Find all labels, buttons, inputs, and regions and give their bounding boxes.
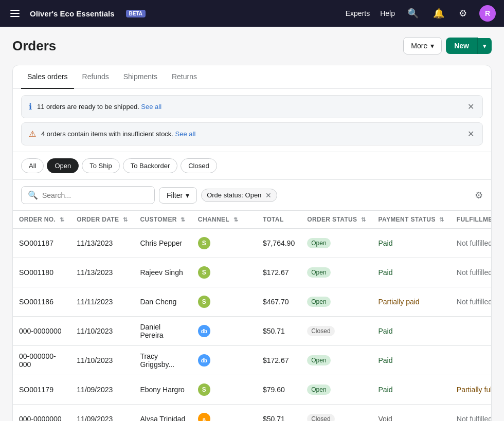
tab-sales-orders[interactable]: Sales orders: [21, 65, 74, 89]
notification-icon[interactable]: 🔔: [431, 6, 446, 21]
alert-stock-close[interactable]: ✕: [466, 128, 475, 140]
fulfillment-status: Not fulfilled: [451, 405, 491, 422]
more-button[interactable]: More ▾: [403, 37, 442, 54]
orders-table-wrap: ORDER NO. ⇅ ORDER DATE ⇅ CUSTOMER ⇅ CHAN…: [13, 211, 491, 421]
settings-icon[interactable]: ⚙: [457, 6, 469, 21]
channel-cell: S: [192, 375, 244, 405]
customer-name: Tracy Griggsby...: [134, 346, 191, 375]
sort-icon: ⇅: [181, 216, 185, 223]
channel-cell: db: [192, 346, 244, 375]
order-status: Open: [301, 346, 372, 375]
beta-badge: BETA: [126, 10, 146, 17]
order-date: 11/13/2023: [70, 229, 134, 258]
order-no: SO001179: [19, 386, 53, 394]
customer-name: Chris Pepper: [134, 229, 191, 258]
order-no: 00-000000-000: [19, 352, 56, 369]
channel-icon: a: [198, 413, 210, 421]
total: $172.67: [257, 258, 301, 287]
order-status-badge: Closed: [307, 326, 334, 336]
order-status: Closed: [301, 405, 372, 422]
payment-status: Partially paid: [372, 287, 450, 317]
col-order-status[interactable]: ORDER STATUS ⇅: [301, 211, 372, 229]
customer-name: Rajeev Singh: [134, 258, 191, 287]
main-tabs: Sales orders Refunds Shipments Returns: [13, 65, 491, 89]
payment-status: Paid: [372, 375, 450, 405]
active-filter-tag: Orde status: Open ✕: [201, 189, 277, 202]
col-order-no[interactable]: ORDER NO. ⇅: [13, 211, 70, 229]
filter-all[interactable]: All: [21, 158, 44, 173]
order-status: Open: [301, 375, 372, 405]
fulfillment-status: [451, 346, 491, 375]
channel-extra: [244, 287, 257, 317]
customer-name: Alysa Trinidad: [134, 405, 191, 422]
order-status-badge: Open: [307, 355, 330, 365]
info-icon: ℹ: [29, 102, 32, 112]
chevron-down-icon: ▾: [430, 42, 434, 50]
page-title: Orders: [12, 38, 56, 54]
more-label: More: [411, 42, 427, 50]
avatar[interactable]: R: [479, 5, 496, 22]
channel-cell: S: [192, 258, 244, 287]
table-row: SO001180 11/13/2023 Rajeev Singh S $172.…: [13, 258, 491, 287]
filter-button[interactable]: Filter ▾: [159, 187, 197, 204]
new-button[interactable]: New: [446, 38, 478, 54]
payment-status: Paid: [372, 258, 450, 287]
order-no: 000-0000000: [19, 415, 62, 421]
search-icon[interactable]: 🔍: [405, 6, 421, 21]
alert-ship: ℹ 11 orders are ready to be shipped. See…: [21, 95, 483, 118]
column-settings-icon[interactable]: ⚙: [475, 190, 483, 201]
hamburger-menu[interactable]: [8, 8, 22, 19]
channel-extra: [244, 346, 257, 375]
fulfillment-status: [451, 317, 491, 346]
channel-icon: db: [198, 354, 210, 367]
tab-shipments[interactable]: Shipments: [117, 65, 164, 89]
order-date: 11/13/2023: [70, 258, 134, 287]
sort-icon: ⇅: [439, 216, 444, 223]
col-payment-status[interactable]: PAYMENT STATUS ⇅: [372, 211, 450, 229]
active-filter-text: Orde status: Open: [207, 191, 261, 199]
search-input[interactable]: [42, 191, 148, 199]
payment-status: Paid: [372, 317, 450, 346]
channel-extra: [244, 229, 257, 258]
warning-icon: ⚠: [29, 129, 36, 139]
filter-closed[interactable]: Closed: [181, 158, 217, 173]
col-fulfillment-status[interactable]: FULFILLMENT STATUS ⇅: [451, 211, 491, 229]
alert-ship-close[interactable]: ✕: [466, 101, 475, 113]
filter-to-ship[interactable]: To Ship: [82, 158, 119, 173]
col-customer[interactable]: CUSTOMER ⇅: [134, 211, 191, 229]
channel-cell: db: [192, 317, 244, 346]
tab-refunds[interactable]: Refunds: [76, 65, 115, 89]
total: $79.60: [257, 375, 301, 405]
filter-open[interactable]: Open: [47, 158, 79, 173]
tab-returns[interactable]: Returns: [166, 65, 203, 89]
alert-stock-link[interactable]: See all: [175, 130, 196, 138]
channel-cell: S: [192, 229, 244, 258]
search-filter-row: 🔍 Filter ▾ Orde status: Open ✕ ⚙: [13, 180, 491, 211]
order-status-badge: Open: [307, 238, 330, 248]
total: $172.67: [257, 346, 301, 375]
brand-name: Oliver's Eco Essentials: [30, 9, 115, 18]
order-no: SO001180: [19, 268, 53, 277]
col-order-date[interactable]: ORDER DATE ⇅: [70, 211, 134, 229]
new-button-chevron[interactable]: ▾: [478, 38, 492, 54]
main-content: Orders More ▾ New ▾ Sales orders Refunds…: [0, 27, 504, 421]
col-total: TOTAL: [257, 211, 301, 229]
channel-extra: [244, 405, 257, 422]
channel-icon: S: [198, 266, 210, 279]
order-status: Open: [301, 287, 372, 317]
channel-extra: [244, 317, 257, 346]
col-channel[interactable]: CHANNEL ⇅: [192, 211, 244, 229]
alert-ship-link[interactable]: See all: [141, 103, 161, 111]
filter-to-backorder[interactable]: To Backorder: [123, 158, 178, 173]
order-status: Closed: [301, 317, 372, 346]
experts-link[interactable]: Experts: [346, 9, 370, 17]
table-row: 000-0000000 11/09/2023 Alysa Trinidad a …: [13, 405, 491, 422]
filter-remove-button[interactable]: ✕: [265, 191, 272, 199]
fulfillment-status: Not fulfilled: [451, 258, 491, 287]
alert-stock: ⚠ 4 orders contain items with insufficie…: [21, 122, 483, 145]
filter-chevron-icon: ▾: [186, 191, 189, 199]
order-date: 11/09/2023: [70, 375, 134, 405]
payment-status: Paid: [372, 229, 450, 258]
help-link[interactable]: Help: [380, 9, 395, 17]
order-status-badge: Closed: [307, 414, 334, 421]
